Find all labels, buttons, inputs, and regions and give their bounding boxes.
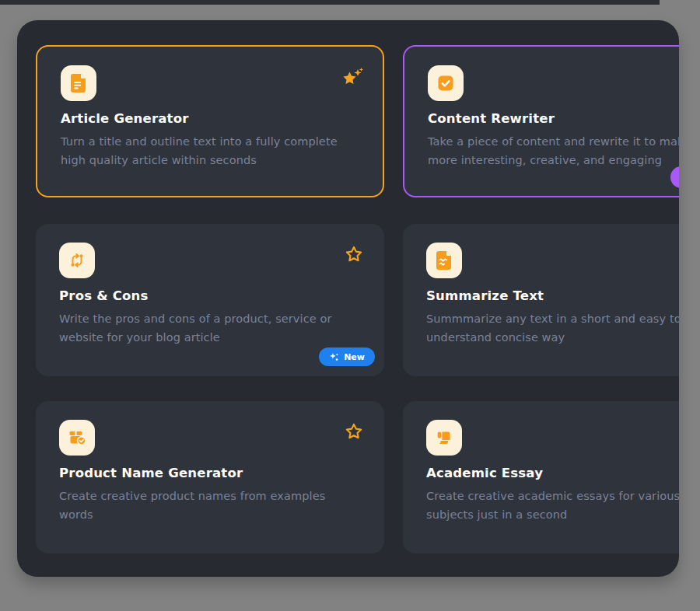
summary-document-icon [435, 250, 453, 271]
sparkle-icon [329, 352, 339, 362]
description-line: subjects just in a second [426, 505, 679, 524]
new-badge: New [319, 347, 375, 366]
icon-tile [426, 243, 462, 278]
description-line: Take a piece of content and rewrite it t… [428, 132, 679, 151]
tools-panel: Article Generator Turn a title and outli… [17, 20, 679, 577]
favorite-outline-star-icon[interactable] [342, 421, 366, 443]
card-description: Take a piece of content and rewrite it t… [428, 132, 679, 169]
card-title: Article Generator [61, 111, 361, 126]
description-line: Summmarize any text in a short and easy … [426, 309, 679, 328]
description-line: Create creative academic essays for vari… [426, 487, 679, 505]
description-line: website for your blog article [59, 328, 362, 347]
icon-tile [428, 65, 464, 101]
checkbox-icon [436, 74, 455, 93]
card-academic-essay[interactable]: Academic Essay Create creative academic … [403, 401, 679, 553]
icon-tile [59, 420, 95, 456]
screen: Article Generator Turn a title and outli… [0, 0, 700, 611]
description-line: Turn a title and outline text into a ful… [61, 132, 361, 151]
card-title: Product Name Generator [59, 466, 362, 480]
icon-tile [59, 243, 95, 278]
card-description: Create creative academic essays for vari… [426, 487, 679, 524]
card-article-generator[interactable]: Article Generator Turn a title and outli… [36, 45, 384, 197]
card-description: Create creative product names from examp… [59, 487, 362, 524]
card-description: Turn a title and outline text into a ful… [61, 132, 361, 169]
icon-tile [426, 420, 462, 456]
card-pros-and-cons[interactable]: Pros & Cons Write the pros and cons of a… [36, 224, 384, 376]
top-edge-strip [0, 0, 660, 5]
swap-arrows-icon [68, 251, 86, 270]
description-line: Create creative product names from examp… [59, 487, 362, 505]
card-title: Summarize Text [426, 288, 679, 303]
package-check-icon [68, 428, 87, 447]
description-line: more interesting, creative, and engaging [428, 151, 679, 169]
card-title: Pros & Cons [59, 288, 362, 303]
card-content-rewriter[interactable]: Content Rewriter Take a piece of content… [403, 45, 679, 197]
card-description: Write the pros and cons of a product, se… [59, 309, 362, 347]
favorite-outline-star-icon[interactable] [342, 244, 366, 266]
description-line: high quality article within seconds [61, 151, 361, 169]
icon-tile [61, 65, 96, 101]
scroll-icon [435, 428, 453, 447]
card-product-name-generator[interactable]: Product Name Generator Create creative p… [36, 401, 384, 553]
favorite-filled-star-icon[interactable] [341, 67, 364, 89]
description-line: words [59, 505, 362, 524]
document-icon [69, 73, 88, 93]
description-line: understand concise way [426, 328, 679, 347]
clipped-action-button[interactable] [670, 166, 679, 188]
card-title: Academic Essay [426, 466, 679, 480]
badge-label: New [344, 352, 365, 362]
card-description: Summmarize any text in a short and easy … [426, 309, 679, 347]
card-title: Content Rewriter [428, 111, 679, 126]
card-summarize-text[interactable]: Summarize Text Summmarize any text in a … [403, 224, 679, 376]
description-line: Write the pros and cons of a product, se… [59, 309, 362, 328]
